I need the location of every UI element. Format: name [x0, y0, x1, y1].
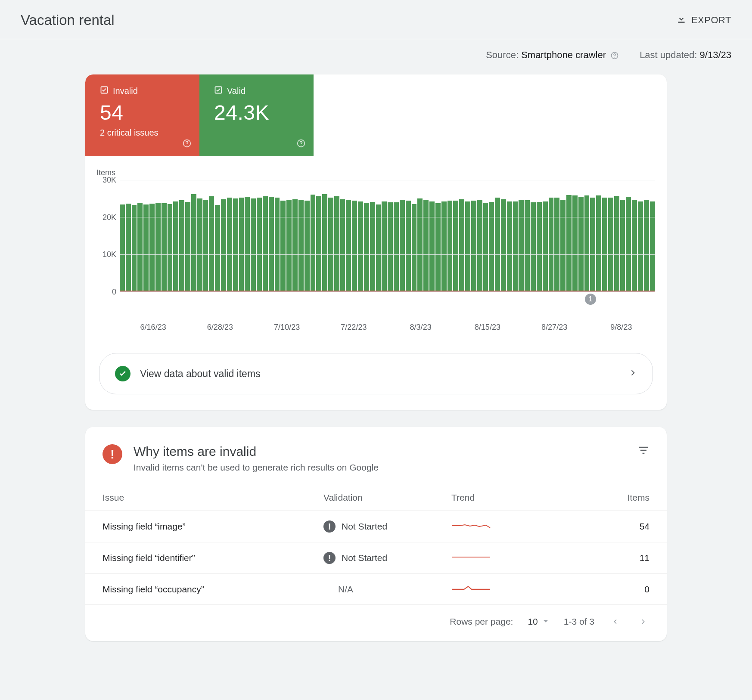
- chevron-right-icon: [628, 369, 637, 379]
- chart-bars: [120, 180, 655, 291]
- chart-bar: [292, 199, 298, 291]
- chart-bar: [316, 196, 321, 291]
- col-issue[interactable]: Issue: [85, 481, 306, 511]
- next-page-button[interactable]: [637, 615, 649, 628]
- items-count: 54: [562, 511, 667, 542]
- y-tick: 20K: [103, 213, 116, 222]
- chart-bar: [340, 199, 345, 291]
- chart-bar: [602, 198, 607, 291]
- overview-card: Invalid 54 2 critical issues Valid 24.3K…: [85, 74, 667, 410]
- issue-row[interactable]: Missing field “image”!Not Started54: [85, 511, 667, 542]
- chart-bar: [501, 199, 506, 291]
- chart-bar: [126, 204, 131, 291]
- chart-bar: [614, 196, 619, 291]
- invalid-reasons-card: ! Why items are invalid Invalid items ca…: [85, 427, 667, 641]
- col-validation[interactable]: Validation: [306, 481, 434, 511]
- chart-bar: [263, 196, 268, 291]
- chart-bar: [560, 200, 566, 291]
- last-updated-value: 9/13/23: [700, 50, 731, 60]
- validation-cell: N/A: [306, 574, 434, 605]
- chart-marker[interactable]: 1: [585, 294, 596, 305]
- sparkline: [451, 552, 491, 564]
- chart-bar: [471, 201, 476, 291]
- x-tick: 6/16/23: [140, 323, 166, 332]
- alert-dot-icon: !: [323, 520, 336, 533]
- chart-bar: [406, 201, 411, 291]
- chart-bar: [269, 197, 274, 291]
- chart-bar: [370, 202, 375, 291]
- page-title: Vacation rental: [21, 12, 115, 28]
- chart-bar: [554, 198, 559, 291]
- chart-bar: [132, 205, 137, 291]
- source-meta: Source: Smartphone crawler: [486, 50, 619, 61]
- help-icon[interactable]: [610, 51, 619, 60]
- chart-bar: [137, 203, 143, 291]
- chart-bar: [305, 201, 310, 291]
- source-value[interactable]: Smartphone crawler: [521, 50, 606, 60]
- chart-bar: [346, 200, 351, 291]
- prev-page-button[interactable]: [609, 615, 622, 628]
- issue-name: Missing field “identifier”: [85, 542, 306, 574]
- x-tick: 9/8/23: [610, 323, 632, 332]
- x-tick: 6/28/23: [207, 323, 233, 332]
- col-trend[interactable]: Trend: [434, 481, 562, 511]
- chart-bar: [227, 198, 232, 291]
- download-icon: [676, 13, 687, 27]
- chart-bar: [328, 198, 333, 291]
- issue-row[interactable]: Missing field “occupancy”N/A0: [85, 574, 667, 605]
- chart-bar: [358, 201, 363, 291]
- rows-per-page-select[interactable]: 10: [528, 616, 549, 627]
- chart-bar: [596, 195, 601, 291]
- invalid-tile[interactable]: Invalid 54 2 critical issues: [85, 74, 199, 156]
- validation-cell: !Not Started: [306, 511, 434, 542]
- alert-icon: !: [103, 444, 122, 464]
- chart-bar: [578, 197, 584, 291]
- view-valid-label: View data about valid items: [140, 368, 628, 380]
- chart-bar: [173, 201, 178, 291]
- help-icon[interactable]: [182, 139, 192, 150]
- chart-bar: [495, 198, 500, 291]
- col-items[interactable]: Items: [562, 481, 667, 511]
- chart-bar: [257, 198, 262, 291]
- chart-bar: [298, 200, 304, 291]
- chart-y-title: Items: [96, 168, 655, 177]
- chart-bar: [364, 203, 369, 291]
- filter-button[interactable]: [637, 444, 649, 458]
- chart-bar: [626, 197, 631, 291]
- invalid-subtext: 2 critical issues: [100, 128, 187, 138]
- trend-cell: [434, 574, 562, 605]
- validation-cell: !Not Started: [306, 542, 434, 574]
- chart-bar: [531, 202, 536, 291]
- chart-bar: [162, 203, 167, 291]
- chart-bar: [191, 194, 196, 291]
- view-valid-data-row[interactable]: View data about valid items: [99, 353, 653, 394]
- valid-label: Valid: [227, 86, 245, 96]
- export-button[interactable]: EXPORT: [676, 13, 731, 27]
- chart-bar: [251, 198, 256, 291]
- issue-row[interactable]: Missing field “identifier”!Not Started11: [85, 542, 667, 574]
- y-tick: 0: [112, 288, 116, 297]
- chart-bar: [155, 203, 161, 291]
- invalid-section-title: Why items are invalid: [134, 444, 379, 459]
- chart-bar: [275, 198, 280, 291]
- checkbox-icon: [100, 86, 109, 96]
- invalid-label: Invalid: [113, 86, 138, 96]
- page-range: 1-3 of 3: [564, 616, 594, 627]
- sparkline: [451, 583, 491, 595]
- chart-bar: [388, 202, 393, 291]
- alert-dot-icon: !: [323, 552, 336, 564]
- chart-bar: [620, 200, 625, 291]
- y-tick: 10K: [103, 250, 116, 259]
- chart-bar: [507, 201, 512, 291]
- valid-tile[interactable]: Valid 24.3K: [199, 74, 314, 156]
- help-icon[interactable]: [296, 139, 306, 150]
- sparkline: [451, 521, 491, 533]
- chart-bar: [608, 198, 613, 291]
- chart-bar: [149, 204, 155, 291]
- items-count: 11: [562, 542, 667, 574]
- invalid-count: 54: [100, 101, 187, 124]
- x-tick: 8/15/23: [475, 323, 500, 332]
- chart-bar: [233, 198, 238, 291]
- svg-point-7: [301, 145, 301, 146]
- rows-per-page-label: Rows per page:: [450, 616, 513, 627]
